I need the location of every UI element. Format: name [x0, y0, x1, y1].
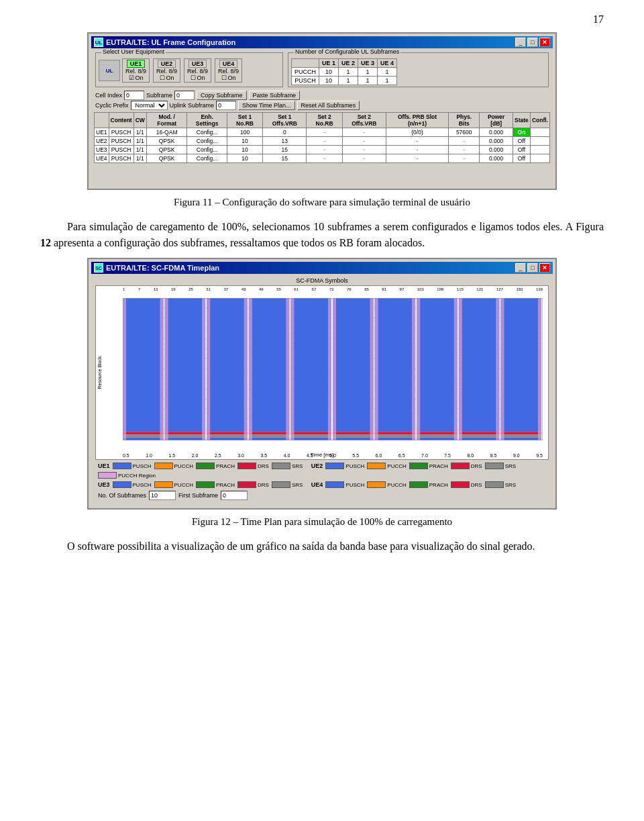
legend-ue2-pusch-label: PUSCH [345, 463, 364, 469]
ue3-checkbox[interactable]: ☐ [191, 75, 196, 81]
svg-rect-78 [459, 432, 500, 434]
svg-rect-40 [202, 298, 205, 440]
legend-row1: UE1 PUSCH PUCCH PRACH DRS [95, 461, 549, 480]
th-offs: Offs. PRB Slot (n/n+1) [386, 113, 448, 128]
svg-rect-33 [123, 298, 126, 440]
legend-ue3-pusch-box [113, 481, 131, 488]
legend-ue2-pucch-box [367, 463, 386, 469]
row1-content: PUSCH [109, 128, 133, 137]
legend-ue3-drs: DRS [237, 481, 269, 488]
row1-s2vrb: - [342, 128, 386, 137]
ue2-block: UE2 Rel. 8/9 ☐ On [153, 58, 180, 83]
legend-prach-box [196, 463, 215, 469]
row2-mod: QPSK [146, 137, 187, 146]
minimize-button[interactable]: _ [515, 38, 526, 47]
legend-row2: UE3 PUSCH PUCCH PRACH DRS [95, 480, 549, 489]
legend-ue2-pusch: PUSCH [325, 463, 364, 469]
figure11-titlebar: UL EUTRA/LTE: UL Frame Configuration _ □… [91, 36, 553, 48]
pusch-ue2: 1 [339, 77, 358, 85]
row4-confl [530, 154, 549, 163]
cell-index-input[interactable] [124, 91, 144, 100]
legend-ue4-srs: SRS [485, 481, 516, 488]
svg-rect-35 [165, 298, 206, 432]
ue4-checkbox[interactable]: ☐ [221, 75, 227, 81]
sc-close-button[interactable]: ✕ [539, 263, 550, 273]
row1-state: On [513, 128, 531, 137]
first-subframe-input[interactable] [221, 491, 248, 500]
row2-offs: - [386, 137, 448, 146]
svg-rect-49 [249, 435, 290, 438]
figure11-title-area: UL EUTRA/LTE: UL Frame Configuration [94, 38, 235, 47]
row4-offs: - [386, 154, 448, 163]
pucch-ue1: 10 [319, 68, 339, 77]
ue-icon: UL [99, 60, 120, 81]
row2-state: Off [513, 137, 531, 146]
copy-subframe-button[interactable]: Copy Subframe [197, 91, 247, 100]
control-row2: Cyclic Prefix Normal Uplink Subframe Sho… [95, 101, 549, 110]
figure11-caption: Figura 11 – Configuração do software par… [40, 197, 604, 208]
row3-s1vrb: 15 [263, 146, 307, 154]
pusch-ue3: 1 [358, 77, 378, 85]
maximize-button[interactable]: □ [527, 38, 538, 47]
ue1-checkbox[interactable]: ☑ [129, 75, 134, 81]
legend-drs-box [237, 463, 256, 469]
svg-rect-57 [290, 298, 294, 440]
svg-rect-50 [249, 438, 290, 440]
svg-rect-47 [249, 298, 290, 432]
legend-ue4-pucch-label: PUCCH [387, 482, 406, 488]
legend-ue2-srs: SRS [485, 463, 516, 469]
row4-s1rb: 10 [227, 154, 263, 163]
svg-rect-86 [500, 438, 541, 440]
ue4-checkbox-row: ☐ On [221, 75, 236, 81]
reset-all-button[interactable]: Reset All Subframes [297, 101, 360, 110]
legend-ue2-drs: DRS [451, 463, 482, 469]
show-time-plan-button[interactable]: Show Time Plan... [238, 101, 295, 110]
row4-s2rb: - [307, 154, 343, 163]
close-button[interactable]: ✕ [539, 38, 550, 47]
ue4-on-label: On [228, 75, 236, 81]
ue1-block: UE1 Rel. 8/9 ☑ On [122, 58, 150, 83]
svg-rect-34 [160, 298, 164, 440]
svg-rect-88 [538, 298, 541, 440]
legend-ue3-label: UE3 [98, 481, 110, 488]
cyclic-prefix-select[interactable]: Normal [131, 101, 168, 110]
ue1-label: UE1 [127, 60, 146, 68]
row3-cw: 1/1 [133, 146, 146, 154]
paste-subframe-button[interactable]: Paste Subframe [249, 91, 301, 100]
legend-ue2-srs-box [485, 463, 504, 469]
ue3-rel: Rel. 8/9 [187, 68, 208, 75]
row2-enh: Config... [187, 137, 227, 146]
legend-ue4-pusch-box [325, 481, 344, 488]
row2-confl [530, 137, 549, 146]
ue-section: Select User Equipment UL UE1 Rel. 8/9 ☑ … [95, 52, 283, 87]
legend-ue4-prach-label: PRACH [429, 482, 448, 488]
uplink-subframe-input[interactable] [216, 101, 236, 110]
ue-section-label: Select User Equipment [101, 48, 166, 55]
cyclic-prefix-label: Cyclic Prefix [95, 102, 129, 109]
subframe-input[interactable] [174, 91, 195, 100]
svg-rect-58 [328, 298, 331, 440]
legend-ue2-prach-label: PRACH [429, 463, 448, 469]
svg-rect-66 [375, 432, 416, 434]
svg-rect-39 [165, 298, 168, 440]
subframe-label: Subframe [146, 92, 172, 99]
y-axis-label: Resource Block [97, 356, 102, 389]
row1-power: 0.000 [480, 128, 513, 137]
legend-ue3-drs-box [237, 481, 256, 488]
pucch-ue2: 1 [339, 68, 358, 77]
legend-pusch-box [113, 463, 131, 469]
legend-pucch-box [154, 463, 173, 469]
num-subframes-table: UE 1 UE 2 UE 3 UE 4 PUCCH 10 1 1 1 PUSCH [291, 58, 397, 85]
no-subframes-input[interactable] [149, 491, 176, 500]
chart-svg: 7 14 21 28 35 42 49 56 63 70 77 84 91 98 [123, 298, 543, 440]
svg-rect-69 [375, 298, 378, 440]
legend-ue3-prach-box [196, 481, 215, 488]
legend-ue3-srs: SRS [272, 481, 303, 488]
sc-minimize-button[interactable]: _ [515, 263, 526, 273]
figure11-body: Select User Equipment UL UE1 Rel. 8/9 ☑ … [91, 48, 553, 186]
svg-rect-41 [207, 298, 248, 432]
ue2-checkbox[interactable]: ☐ [160, 75, 165, 81]
pusch-ue4: 1 [378, 77, 397, 85]
row3-bits: - [449, 146, 480, 154]
sc-maximize-button[interactable]: □ [527, 263, 538, 273]
